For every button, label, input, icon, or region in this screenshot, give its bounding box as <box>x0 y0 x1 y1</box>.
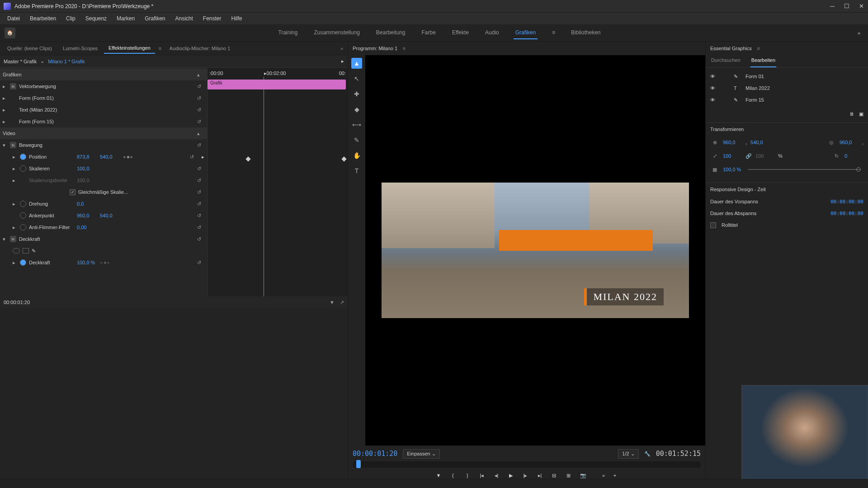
eye-icon[interactable]: 👁 <box>710 97 717 103</box>
menu-hilfe[interactable]: Hilfe <box>227 14 247 23</box>
keyframe-diamond[interactable] <box>245 156 250 161</box>
program-scrubber[interactable] <box>353 461 701 468</box>
eg-rotation[interactable]: 0 <box>844 153 863 159</box>
eg-tab-edit[interactable]: Bearbeiten <box>750 55 776 67</box>
keyframe-diamond[interactable] <box>341 156 346 161</box>
extract-icon[interactable]: ⊞ <box>564 471 573 480</box>
ws-grafiken[interactable]: Grafiken <box>514 27 538 39</box>
add-keyframe-icon[interactable]: ▸ <box>202 154 204 160</box>
mark-in-icon[interactable]: ▼ <box>434 471 443 480</box>
lift-icon[interactable]: ⊟ <box>550 471 559 480</box>
menu-marken[interactable]: Marken <box>112 14 139 23</box>
align-vertical-icon[interactable]: ✚ <box>351 89 362 99</box>
reset-icon[interactable]: ↺ <box>197 119 204 125</box>
eg-pos-y[interactable]: 540,0 <box>750 140 769 145</box>
btn-overflow-icon[interactable]: » <box>602 473 605 478</box>
outro-value[interactable]: 00:00:00:00 <box>830 211 863 216</box>
keyframe-nav[interactable]: ◂ ◆ ▸ <box>100 260 110 265</box>
ws-training[interactable]: Training <box>277 27 300 39</box>
layer-form01[interactable]: Form 01 <box>745 74 764 79</box>
eg-anchor-x[interactable]: 960,0 <box>840 140 859 145</box>
reset-icon[interactable]: ↺ <box>197 201 204 207</box>
new-layer-icon[interactable]: 🗎 <box>849 111 854 117</box>
ws-effekte[interactable]: Effekte <box>450 27 471 39</box>
direct-select-icon[interactable]: ↖ <box>351 73 362 84</box>
expand-icon[interactable]: ▾ <box>3 142 7 148</box>
ws-farbe[interactable]: Farbe <box>420 27 438 39</box>
tab-audio-mixer[interactable]: Audioclip-Mischer: Milano 1 <box>165 43 235 53</box>
menu-sequenz[interactable]: Sequenz <box>81 14 111 23</box>
program-monitor[interactable]: MILAN 2022 <box>382 183 689 318</box>
reset-icon[interactable]: ↺ <box>190 154 197 160</box>
minimize-button[interactable]: ─ <box>829 3 835 9</box>
tab-source[interactable]: Quelle: (keine Clips) <box>3 43 57 53</box>
eye-icon[interactable]: 👁 <box>710 85 717 91</box>
opacity-value[interactable]: 100,0 % <box>77 260 97 265</box>
expand-icon[interactable]: ▸ <box>3 84 7 89</box>
maximize-button[interactable]: ☐ <box>844 3 850 9</box>
scrubber-handle[interactable] <box>356 460 361 468</box>
prop-vektorbewegung[interactable]: Vektorbewegung <box>19 84 64 89</box>
ws-bibliotheken[interactable]: Bibliotheken <box>569 27 602 39</box>
expand-icon[interactable]: ▸ <box>13 201 17 207</box>
expand-icon[interactable]: ▸ <box>13 178 17 183</box>
effects-timecode[interactable]: 00:00:01:20 <box>4 300 30 305</box>
tab-effects-menu-icon[interactable]: ≡ <box>157 46 163 51</box>
effects-tl-clip[interactable]: Grafik <box>208 80 346 89</box>
fx-icon[interactable]: fx <box>10 236 16 242</box>
menu-datei[interactable]: Datei <box>3 14 24 23</box>
rect-mask-icon[interactable] <box>23 248 29 253</box>
home-icon[interactable]: 🏠 <box>5 28 15 38</box>
layer-milan[interactable]: Milan 2022 <box>745 85 770 91</box>
reset-icon[interactable]: ↺ <box>197 225 204 230</box>
go-out-icon[interactable]: ▸| <box>535 471 544 480</box>
master-clip-link[interactable]: Master * Grafik <box>4 59 37 64</box>
scale-value[interactable]: 100,0 <box>77 166 97 171</box>
stopwatch-icon[interactable] <box>20 154 26 160</box>
opacity-slider[interactable] <box>748 169 861 170</box>
filter-icon[interactable]: ▼ <box>330 300 335 305</box>
pen-mask-icon[interactable]: ✎ <box>32 248 36 254</box>
ellipse-mask-icon[interactable] <box>13 248 20 253</box>
section-grafiken[interactable]: Grafiken <box>3 72 48 77</box>
rotation-value[interactable]: 0,0 <box>77 201 97 206</box>
tab-lumetri[interactable]: Lumetri-Scopes <box>58 43 102 53</box>
fx-icon[interactable]: fx <box>10 83 16 89</box>
reset-icon[interactable]: ↺ <box>197 236 204 242</box>
link-icon[interactable]: 🔗 <box>745 153 752 159</box>
ws-menu-icon[interactable]: ≡ <box>550 27 557 39</box>
ellipse-tool-icon[interactable]: ✎ <box>351 135 362 145</box>
menu-ansicht[interactable]: Ansicht <box>170 14 197 23</box>
menu-clip[interactable]: Clip <box>61 14 80 23</box>
mark-clip-icon[interactable]: } <box>463 471 472 480</box>
ws-overflow-icon[interactable]: » <box>854 30 863 36</box>
roll-checkbox[interactable] <box>710 222 716 228</box>
expand-icon[interactable]: ▸ <box>13 260 17 266</box>
add-button-icon[interactable]: + <box>610 471 619 480</box>
stopwatch-icon[interactable] <box>20 224 26 230</box>
prop-text-milan[interactable]: Text (Milan 2022) <box>19 107 64 113</box>
anchor-x[interactable]: 960,0 <box>77 213 97 218</box>
pen-tool-icon[interactable]: ◆ <box>351 104 362 115</box>
section-video[interactable]: Video <box>3 131 48 136</box>
keyframe-nav[interactable]: ◂ ◆ ▸ <box>123 155 133 159</box>
position-y[interactable]: 540,0 <box>100 154 120 160</box>
stopwatch-icon[interactable] <box>20 165 26 172</box>
wrench-icon[interactable]: 🔧 <box>644 451 651 457</box>
hand-tool-icon[interactable]: ✋ <box>351 150 362 161</box>
expand-icon[interactable]: ▸ <box>3 95 7 101</box>
flicker-value[interactable]: 0,00 <box>77 225 97 230</box>
rectangle-tool-icon[interactable]: ⟷ <box>351 119 362 130</box>
expand-icon[interactable]: ▾ <box>3 236 7 242</box>
stopwatch-icon[interactable] <box>20 259 26 266</box>
layer-form15[interactable]: Form 15 <box>745 97 764 103</box>
ws-zusammenstellung[interactable]: Zusammenstellung <box>312 27 361 39</box>
reset-icon[interactable]: ↺ <box>197 142 204 148</box>
reset-icon[interactable]: ↺ <box>197 95 204 101</box>
ws-audio[interactable]: Audio <box>483 27 501 39</box>
fit-select[interactable]: Einpassen ⌄ <box>403 449 439 459</box>
prop-form01[interactable]: Form (Form 01) <box>19 95 64 101</box>
stopwatch-icon[interactable] <box>20 212 26 219</box>
play-button[interactable]: ▶ <box>506 471 515 480</box>
reset-icon[interactable]: ↺ <box>197 107 204 113</box>
